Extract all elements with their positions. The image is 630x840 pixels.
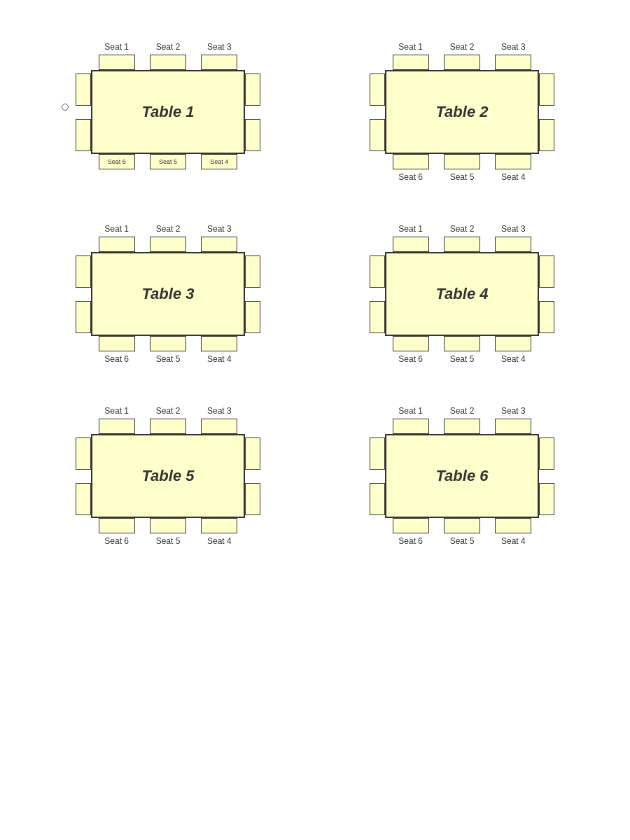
side-chair-right-top-3 [245, 255, 260, 288]
seat-labels-bottom-4: Seat 6 Seat 5 Seat 4 [385, 354, 539, 364]
seat-labels-top-2: Seat 1 Seat 2 Seat 3 [385, 42, 539, 52]
seat-label-2-5: Seat 5 [441, 172, 483, 182]
side-chairs-left-6 [370, 434, 385, 518]
seat-label-4-4: Seat 4 [492, 354, 534, 364]
table-body-2: Table 2 [370, 70, 554, 154]
chair-top-6-3 [495, 419, 531, 434]
side-chairs-left-1 [76, 70, 91, 154]
table-body-6: Table 6 [370, 434, 554, 518]
table-diagram-5: Seat 1 Seat 2 Seat 3 Table 5 [49, 406, 287, 546]
seat-label-6-1: Seat 1 [390, 406, 432, 416]
side-chair-left-bottom-1 [76, 119, 91, 151]
table-diagram-4: Seat 1 Seat 2 Seat 3 Table 4 [343, 224, 581, 364]
chair-bottom-6-3 [495, 518, 531, 533]
seat-label-4-6: Seat 6 [390, 354, 432, 364]
table-rect-4[interactable]: Table 4 [385, 252, 539, 336]
side-chair-right-top-2 [539, 74, 554, 106]
chair-bottom-4-3 [495, 336, 531, 351]
table-diagram-2: Seat 1 Seat 2 Seat 3 Table 2 [343, 42, 581, 182]
chair-top-4-2 [444, 237, 480, 252]
side-chairs-right-4 [539, 252, 554, 336]
chairs-top-3 [91, 237, 245, 252]
page: Seat 1 Seat 2 Seat 3 Table 1 [0, 0, 630, 840]
seat-label-2-4: Seat 4 [492, 172, 534, 182]
chair-bottom-1-2: Seat 5 [150, 154, 186, 169]
seat-labels-top-1: Seat 1 Seat 2 Seat 3 [91, 42, 245, 52]
table-body-4: Table 4 [370, 252, 554, 336]
side-chair-left-top-3 [76, 255, 91, 288]
seat-label-1-2: Seat 2 [147, 42, 189, 52]
side-chairs-left-3 [76, 252, 91, 336]
tables-grid: Seat 1 Seat 2 Seat 3 Table 1 [28, 42, 602, 546]
side-chair-left-bottom-2 [370, 119, 385, 151]
seat-label-4-3: Seat 3 [492, 224, 534, 234]
chair-bottom-label-1-3: Seat 4 [210, 158, 228, 165]
chair-bottom-5-1 [99, 518, 135, 533]
side-chairs-right-1 [245, 70, 260, 154]
table-diagram-6: Seat 1 Seat 2 Seat 3 Table 6 [343, 406, 581, 546]
seat-labels-top-5: Seat 1 Seat 2 Seat 3 [91, 406, 245, 416]
chair-bottom-1-3: Seat 4 [201, 154, 237, 169]
seat-label-3-4: Seat 4 [198, 354, 240, 364]
table-body-5: Table 5 [76, 434, 260, 518]
chair-bottom-label-1-2: Seat 5 [159, 158, 177, 165]
chair-bottom-4-1 [393, 336, 429, 351]
table-name-3: Table 3 [142, 285, 195, 303]
table-rect-2[interactable]: Table 2 [385, 70, 539, 154]
chair-top-2-2 [444, 55, 480, 70]
seat-label-5-5: Seat 5 [147, 536, 189, 546]
chairs-bottom-4 [385, 336, 539, 351]
seat-label-2-2: Seat 2 [441, 42, 483, 52]
chair-bottom-5-3 [201, 518, 237, 533]
chair-top-6-2 [444, 419, 480, 434]
chair-top-5-2 [150, 419, 186, 434]
table-name-4: Table 4 [436, 285, 489, 303]
side-chair-right-top-4 [539, 255, 554, 288]
side-chairs-right-5 [245, 434, 260, 518]
chair-top-3-3 [201, 237, 237, 252]
table-rect-6[interactable]: Table 6 [385, 434, 539, 518]
seat-label-3-5: Seat 5 [147, 354, 189, 364]
side-chairs-right-3 [245, 252, 260, 336]
side-chair-right-bottom-6 [539, 483, 554, 515]
seat-label-4-1: Seat 1 [390, 224, 432, 234]
side-chairs-left-4 [370, 252, 385, 336]
seat-labels-top-4: Seat 1 Seat 2 Seat 3 [385, 224, 539, 234]
chair-bottom-label-1-1: Seat 6 [108, 158, 126, 165]
chair-top-3-1 [99, 237, 135, 252]
seat-label-2-6: Seat 6 [390, 172, 432, 182]
chairs-bottom-5 [91, 518, 245, 533]
chair-top-1-3 [201, 55, 237, 70]
chairs-top-4 [385, 237, 539, 252]
chairs-bottom-1: Seat 6 Seat 5 Seat 4 [91, 154, 245, 169]
chair-bottom-3-1 [99, 336, 135, 351]
seat-label-5-4: Seat 4 [198, 536, 240, 546]
seat-label-3-3: Seat 3 [198, 224, 240, 234]
table-diagram-1: Seat 1 Seat 2 Seat 3 Table 1 [49, 42, 287, 182]
seat-label-6-3: Seat 3 [492, 406, 534, 416]
chair-top-3-2 [150, 237, 186, 252]
seat-label-6-6: Seat 6 [390, 536, 432, 546]
side-chair-left-bottom-6 [370, 483, 385, 515]
seat-labels-bottom-3: Seat 6 Seat 5 Seat 4 [91, 354, 245, 364]
side-chair-right-bottom-5 [245, 483, 260, 515]
seat-label-5-6: Seat 6 [96, 536, 138, 546]
chair-top-5-3 [201, 419, 237, 434]
side-chair-right-bottom-3 [245, 301, 260, 333]
table-rect-3[interactable]: Table 3 [91, 252, 245, 336]
seat-label-5-1: Seat 1 [96, 406, 138, 416]
seat-label-4-2: Seat 2 [441, 224, 483, 234]
side-chair-right-bottom-1 [245, 119, 260, 151]
seat-label-3-1: Seat 1 [96, 224, 138, 234]
table-rect-5[interactable]: Table 5 [91, 434, 245, 518]
table-rect-1[interactable]: Table 1 [91, 70, 245, 154]
seat-labels-bottom-6: Seat 6 Seat 5 Seat 4 [385, 536, 539, 546]
seat-labels-top-6: Seat 1 Seat 2 Seat 3 [385, 406, 539, 416]
table-body-1: Table 1 [76, 70, 260, 154]
chair-top-1-2 [150, 55, 186, 70]
chair-top-1-1 [99, 55, 135, 70]
chair-bottom-3-2 [150, 336, 186, 351]
seat-labels-top-3: Seat 1 Seat 2 Seat 3 [91, 224, 245, 234]
chair-bottom-6-2 [444, 518, 480, 533]
chair-top-2-3 [495, 55, 531, 70]
